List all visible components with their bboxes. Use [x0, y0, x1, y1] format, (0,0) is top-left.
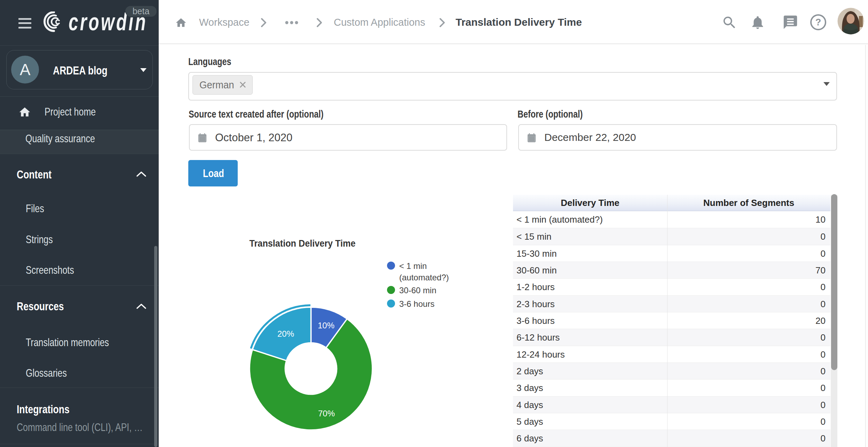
- svg-text:?: ?: [815, 17, 821, 27]
